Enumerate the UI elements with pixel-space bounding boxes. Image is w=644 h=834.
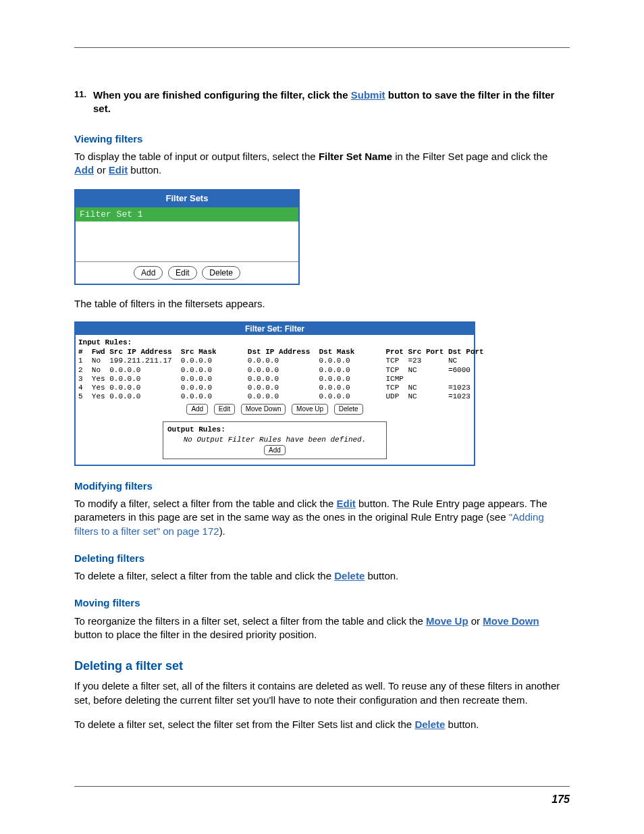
add-link[interactable]: Add	[74, 164, 94, 176]
filter-set-filter-box: Filter Set: Filter Input Rules: # Fwd Sr…	[74, 321, 475, 466]
input-rules-label: Input Rules:	[78, 338, 471, 348]
fs-add-button[interactable]: Add	[134, 266, 163, 280]
deleting-set-p1: If you delete a filter set, all of the f…	[74, 679, 570, 707]
filter-set-name-bold: Filter Set Name	[319, 151, 392, 162]
deleting-set-p2: To delete a filter set, select the filte…	[74, 718, 570, 731]
moveup-link[interactable]: Move Up	[426, 615, 468, 627]
deleting-para: To delete a filter, select a filter from…	[74, 569, 570, 583]
viewing-head: Viewing filters	[74, 132, 570, 146]
viewing-or: or	[94, 164, 109, 176]
moving-text-b: button to place the filter in the desire…	[74, 629, 317, 640]
moving-or: or	[468, 615, 483, 627]
top-rule	[74, 47, 570, 48]
filter-sets-buttons: Add Edit Delete	[76, 262, 298, 284]
ff-moveup-button[interactable]: Move Up	[292, 404, 328, 415]
viewing-text-a: To display the table of input or output …	[74, 151, 319, 162]
ff-title: Filter Set: Filter	[76, 323, 474, 335]
ff-delete-button[interactable]: Delete	[334, 404, 363, 415]
modifying-text-c: ).	[219, 525, 225, 537]
moving-para: To reorganize the filters in a filter se…	[74, 615, 570, 642]
input-rule-1[interactable]: 1 No 199.211.211.17 0.0.0.0 0.0.0.0 0.0.…	[78, 357, 471, 365]
after-box-text: The table of filters in the filtersets a…	[74, 297, 570, 311]
input-rule-5[interactable]: 5 Yes 0.0.0.0 0.0.0.0 0.0.0.0 0.0.0.0 UD…	[78, 392, 471, 401]
step-body: When you are finished configuring the fi…	[93, 88, 570, 116]
output-rules-label: Output Rules:	[163, 425, 386, 435]
ff-button-row: Add Edit Move Down Move Up Delete	[78, 404, 471, 415]
step-11: 11. When you are finished configuring th…	[74, 88, 570, 116]
viewing-para: To display the table of input or output …	[74, 150, 570, 178]
filter-sets-list[interactable]: Filter Set 1	[76, 207, 298, 262]
deleting-text-b: button.	[365, 570, 398, 581]
ff-body: Input Rules: # Fwd Src IP Address Src Ma…	[76, 335, 474, 464]
output-rules-box: Output Rules: No Output Filter Rules hav…	[163, 421, 387, 459]
viewing-text-c: button.	[128, 164, 161, 176]
ff-edit-button[interactable]: Edit	[214, 404, 235, 415]
deleting-set-head: Deleting a filter set	[74, 658, 570, 674]
filter-set-selected[interactable]: Filter Set 1	[76, 207, 298, 222]
movedown-link[interactable]: Move Down	[483, 615, 539, 627]
deleting-head: Deleting filters	[74, 552, 570, 565]
edit-link[interactable]: Edit	[109, 164, 128, 176]
modifying-edit-link[interactable]: Edit	[337, 498, 356, 509]
submit-link[interactable]: Submit	[351, 89, 385, 101]
step-number: 11.	[74, 88, 93, 116]
page-number: 175	[552, 792, 570, 807]
input-rules-header: # Fwd Src IP Address Src Mask Dst IP Add…	[78, 348, 471, 357]
filter-sets-box: Filter Sets Filter Set 1 Add Edit Delete	[74, 189, 300, 285]
deleting-delete-link[interactable]: Delete	[334, 570, 365, 581]
modifying-para: To modify a filter, select a filter from…	[74, 497, 570, 538]
modifying-text-a: To modify a filter, select a filter from…	[74, 498, 337, 509]
input-rule-4[interactable]: 4 Yes 0.0.0.0 0.0.0.0 0.0.0.0 0.0.0.0 TC…	[78, 384, 471, 392]
deleting-set-p2-b: button.	[445, 719, 479, 730]
input-rule-2[interactable]: 2 No 0.0.0.0 0.0.0.0 0.0.0.0 0.0.0.0 TCP…	[78, 366, 471, 375]
bottom-rule	[74, 786, 570, 787]
fs-delete-button[interactable]: Delete	[202, 266, 240, 280]
moving-text-a: To reorganize the filters in a filter se…	[74, 615, 426, 627]
modifying-head: Modifying filters	[74, 479, 570, 493]
viewing-text-b: in the Filter Set page and click the	[392, 151, 547, 162]
ff-add-button[interactable]: Add	[186, 404, 208, 415]
moving-head: Moving filters	[74, 596, 570, 610]
step-text-a: When you are finished configuring the fi…	[93, 89, 351, 101]
ff-movedown-button[interactable]: Move Down	[241, 404, 286, 415]
deleting-set-delete-link[interactable]: Delete	[414, 719, 445, 730]
deleting-set-p2-a: To delete a filter set, select the filte…	[74, 719, 414, 730]
deleting-text-a: To delete a filter, select a filter from…	[74, 570, 334, 581]
input-rule-3[interactable]: 3 Yes 0.0.0.0 0.0.0.0 0.0.0.0 0.0.0.0 IC…	[78, 375, 471, 384]
output-rules-msg: No Output Filter Rules have been defined…	[163, 435, 386, 445]
ff-output-add-button[interactable]: Add	[264, 445, 286, 456]
filter-sets-title: Filter Sets	[76, 190, 298, 207]
fs-edit-button[interactable]: Edit	[168, 266, 197, 280]
